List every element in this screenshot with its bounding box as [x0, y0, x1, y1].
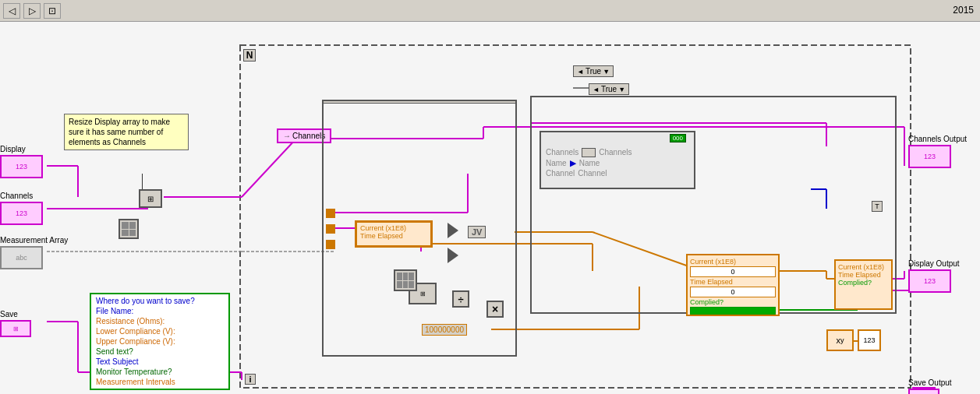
diagram-button[interactable]: ⊡ — [44, 3, 61, 19]
resize-node: ⊞ — [139, 189, 162, 208]
index-node-2 — [326, 224, 335, 234]
save-output-area: Save Output ⊞ — [908, 378, 952, 394]
toolbar: ◁ ▷ ⊡ 2015 — [0, 0, 980, 22]
index-node-3 — [326, 240, 335, 249]
output-cluster-right: Current (x1E8) Time Elapsed Complied? — [834, 259, 893, 310]
channels-bundle-block: 000 Channels Channels Name ▶ Name Channe… — [540, 131, 695, 189]
resistance-field: Resistance (Ohms): — [93, 316, 227, 326]
display-label: Display 123 — [0, 145, 43, 178]
case-structure — [322, 100, 517, 357]
measurement-intervals-field: Measurement Intervals — [93, 377, 227, 387]
output-current-label: Current (x1E8) — [838, 263, 889, 271]
time-elapsed-right: Time Elapsed — [690, 278, 776, 286]
power-result: 123 — [858, 329, 881, 351]
comment-box: Resize Display array to make sure it has… — [64, 114, 189, 150]
measurement-array-label: Measurement Array abc — [0, 236, 68, 269]
year-label: 2015 — [953, 5, 974, 16]
save-block[interactable]: ⊞ — [0, 320, 31, 337]
display-output-label: Display Output — [908, 259, 960, 268]
current-label-right: Current (x1E8) — [690, 258, 776, 266]
time-value-right: 0 — [690, 287, 776, 297]
forward-button[interactable]: ▷ — [23, 3, 41, 19]
name-field-row: Name ▶ Name — [546, 159, 689, 167]
save-label: Save ⊞ — [0, 310, 31, 337]
monitor-temp-field: Monitor Temperature? — [93, 367, 227, 377]
for-loop-n: N — [243, 49, 256, 62]
save-output-block: ⊞ — [908, 389, 939, 394]
display-output-area: Display Output 123 — [908, 259, 960, 293]
output-complied-label: Complied? — [838, 279, 889, 287]
index-node-1 — [326, 209, 335, 218]
channels-conn — [582, 148, 596, 157]
complied-bool-right — [690, 307, 776, 315]
where-to-save-field: Where do you want to save? — [93, 296, 227, 306]
case-header — [324, 101, 515, 104]
send-text-field: Send text? — [93, 347, 227, 357]
for-loop-i: i — [245, 374, 256, 385]
file-name-field: File Name: — [93, 306, 227, 316]
save-output-label: Save Output — [908, 378, 952, 387]
power-function: xy — [826, 329, 854, 351]
upper-compliance-field: Upper Compliance (V): — [93, 336, 227, 347]
current-value-right: 0 — [690, 266, 776, 277]
grid-node-case — [394, 269, 417, 291]
channel-field-row: Channel Channel — [546, 169, 689, 178]
output-time-label: Time Elapsed — [838, 271, 889, 279]
array-resize-node — [119, 219, 139, 239]
fields-cluster: Where do you want to save? File Name: Re… — [90, 293, 230, 390]
current-display-right: Current (x1E8) 0 Time Elapsed 0 Complied… — [686, 254, 780, 316]
channels-output-block: 123 — [908, 145, 951, 168]
text-subject-field: Text Subject — [93, 357, 227, 367]
svg-line-5 — [242, 139, 296, 197]
channels-output-label: Channels Output — [908, 135, 967, 143]
channels-field-row: Channels Channels — [546, 148, 689, 157]
channels-label-left: Channels 123 — [0, 192, 43, 225]
true-terminal: T — [872, 201, 883, 212]
display-output-block: 123 — [908, 269, 951, 293]
bundle-indicator: 000 — [670, 134, 686, 142]
display-block[interactable]: 123 — [0, 155, 43, 178]
back-button[interactable]: ◁ — [3, 3, 20, 19]
lower-compliance-field: Lower Compliance (V): — [93, 326, 227, 336]
channels-block[interactable]: 123 — [0, 202, 43, 225]
true-selector-outer[interactable]: ◄ True ▼ — [573, 65, 614, 77]
channels-fields: Channels Channels Name ▶ Name Channel Ch… — [541, 145, 694, 181]
channels-output-area: Channels Output 123 — [908, 135, 967, 168]
canvas: N i ◄ True ▼ ◄ True ▼ 000 Channels Chann… — [0, 22, 980, 394]
true-selector-inner[interactable]: ◄ True ▼ — [589, 83, 629, 95]
complied-label-right: Complied? — [690, 298, 776, 306]
measurement-array-block[interactable]: abc — [0, 246, 43, 269]
